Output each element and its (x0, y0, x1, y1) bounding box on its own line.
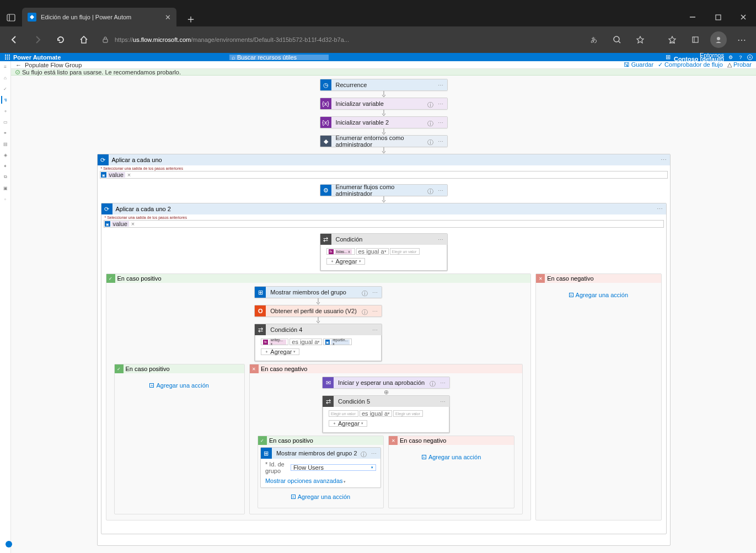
save-button[interactable]: 🖫 Guardar (624, 61, 653, 68)
rail-process-icon[interactable]: ⧉ (2, 173, 9, 181)
test-button[interactable]: △ Probar (727, 61, 752, 68)
add-condition[interactable]: ＋ Agregar ▾ (261, 348, 299, 355)
card-menu[interactable]: ⋯ (438, 380, 447, 386)
approval-card[interactable]: ✉Iniciar y esperar una aprobaciónⓘ⋯ (323, 377, 449, 388)
add-action[interactable]: +Agregar una acción (149, 377, 208, 394)
condition4-header[interactable]: ⇄Condición 4⋯ (255, 324, 382, 335)
foreach-1-input[interactable]: ▣value× (100, 171, 668, 179)
translate-icon[interactable]: あ (584, 30, 604, 50)
card-menu[interactable]: ⋯ (371, 308, 379, 314)
cond-left[interactable]: fxlistas... x (326, 248, 355, 255)
tab-close-icon[interactable]: ✕ (165, 13, 171, 22)
add-action[interactable]: +Agregar una acción (291, 488, 350, 506)
card-menu[interactable]: ⋯ (436, 138, 445, 144)
cond5-left[interactable]: Elegir un valor (329, 410, 358, 417)
favorites-hub-icon[interactable] (662, 30, 682, 50)
init-var-card[interactable]: {x}Inicializar variableⓘ⋯ (320, 98, 447, 109)
card-menu[interactable]: ⋯ (436, 237, 445, 243)
add-condition[interactable]: ＋ Agregar ▾ (326, 258, 365, 265)
help-bubble[interactable] (6, 541, 12, 547)
cond4-left[interactable]: fxwritep... x (261, 339, 288, 345)
card-menu[interactable]: ⋯ (436, 120, 445, 126)
rail-connectors-icon[interactable]: ⚭ (2, 129, 9, 137)
token-remove[interactable]: × (130, 221, 136, 227)
cond5-positive-header[interactable]: ✓En caso positivo (258, 436, 383, 445)
profile-avatar[interactable] (709, 30, 728, 50)
card-menu[interactable]: ⋯ (436, 101, 445, 107)
flow-canvas[interactable]: ◷Recurrence⋯ {x}Inicializar variableⓘ⋯ {… (11, 76, 756, 553)
address-bar[interactable]: https://us.flow.microsoft.com/manage/env… (97, 36, 581, 44)
browser-tab[interactable]: Edición de un flujo | Power Autom ✕ (22, 8, 176, 26)
add-action[interactable]: +Agregar una acción (422, 448, 481, 466)
cond5-operator[interactable]: es igual a▾ (360, 410, 392, 417)
card-menu[interactable]: ⋯ (657, 206, 663, 213)
rail-ai-icon[interactable]: ✦ (2, 162, 9, 170)
rail-solutions-icon[interactable]: ▣ (2, 184, 9, 192)
group-members2-header[interactable]: ⊞Mostrar miembros del grupo 2ⓘ⋯ (261, 448, 380, 459)
favorite-icon[interactable] (630, 30, 650, 50)
foreach-1-header[interactable]: ⟳ Aplicar a cada uno ⋯ (98, 154, 670, 165)
window-maximize[interactable] (705, 8, 731, 26)
cond4-right[interactable]: ▣reportIn... x (323, 339, 352, 345)
add-action[interactable]: +Agregar una acción (569, 286, 628, 304)
card-menu[interactable]: ⋯ (436, 187, 445, 194)
group-members-card[interactable]: ⊞Mostrar miembros del grupoⓘ⋯ (255, 287, 382, 298)
new-tab-button[interactable]: ＋ (183, 11, 199, 26)
account-icon[interactable]: A (747, 55, 753, 60)
card-menu[interactable]: ⋯ (369, 450, 378, 457)
o365-profile-card[interactable]: OObtener el perfil de usuario (V2)ⓘ⋯ (255, 305, 382, 316)
rail-templates-icon[interactable]: ▭ (2, 118, 9, 126)
rail-learn-icon[interactable]: ▫ (2, 195, 9, 203)
back-button[interactable]: ← (15, 62, 22, 68)
tabs-sidebar-icon[interactable] (0, 9, 22, 26)
help-icon[interactable]: ? (737, 54, 744, 61)
nav-refresh[interactable] (51, 30, 71, 50)
rail-menu-icon[interactable]: ≡ (2, 63, 9, 71)
gm2-combo[interactable]: Flow Users▾ (291, 464, 376, 471)
foreach-2-input[interactable]: ▣value× (104, 220, 664, 228)
nav-home[interactable] (74, 30, 94, 50)
init-var2-card[interactable]: {x}Inicializar variable 2ⓘ⋯ (320, 117, 447, 128)
flow-checker-button[interactable]: ✓ Comprobador de flujo (658, 61, 723, 68)
collections-icon[interactable] (685, 30, 705, 50)
cond-operator[interactable]: es igual a▾ (356, 248, 389, 255)
pa-search[interactable]: ⌕ Buscar recursos útiles (229, 55, 329, 60)
cond4-operator[interactable]: es igual a▾ (289, 339, 322, 345)
cond4-negative-header[interactable]: ✕En caso negativo (250, 364, 522, 373)
condition-header[interactable]: ⇄Condición⋯ (320, 234, 447, 245)
add-condition[interactable]: ＋ Agregar ▾ (329, 420, 367, 427)
cond-right[interactable]: Elegir un valor (390, 248, 420, 255)
rail-data-icon[interactable]: ▤ (2, 140, 9, 148)
branch-negative-header[interactable]: ✕En caso negativo (536, 274, 661, 283)
cond4-positive-header[interactable]: ✓En caso positivo (115, 364, 244, 373)
waffle-icon[interactable] (3, 53, 11, 61)
settings-icon[interactable]: ⚙ (727, 54, 734, 61)
recurrence-card[interactable]: ◷Recurrence⋯ (320, 79, 447, 90)
env-picker[interactable]: EntornosContoso (default) (674, 53, 724, 61)
cond5-right[interactable]: Elegir un valor (393, 410, 423, 417)
rail-home-icon[interactable]: ⌂ (2, 74, 9, 82)
branch-positive-header[interactable]: ✓En caso positivo (106, 274, 531, 283)
more-menu[interactable]: ⋯ (732, 30, 752, 50)
list-env-card[interactable]: ◆Enumerar entornos como administradorⓘ⋯ (320, 136, 447, 147)
condition5-header[interactable]: ⇄Condición 5⋯ (323, 396, 449, 407)
card-menu[interactable]: ⋯ (371, 289, 379, 296)
zoom-icon[interactable] (607, 30, 627, 50)
window-close[interactable] (731, 8, 756, 26)
card-menu[interactable]: ⋯ (436, 82, 445, 88)
card-menu[interactable]: ⋯ (438, 399, 447, 405)
card-menu[interactable]: ⋯ (371, 327, 379, 333)
env-icon[interactable]: ⊞ (666, 53, 671, 61)
window-minimize[interactable] (680, 8, 705, 26)
show-advanced[interactable]: Mostrar opciones avanzadas ▾ (261, 476, 380, 487)
cond5-negative-header[interactable]: ✕En caso negativo (389, 436, 514, 445)
nav-back[interactable] (4, 30, 24, 50)
rail-flows-icon[interactable]: ↯ (1, 96, 9, 104)
pa-brand[interactable]: Power Automate (13, 54, 61, 61)
foreach-2-header[interactable]: ⟳ Aplicar a cada uno 2 ⋯ (101, 203, 666, 214)
token-remove[interactable]: × (126, 171, 132, 178)
list-flows-card[interactable]: ⚙Enumerar flujos como administradorⓘ⋯ (320, 185, 447, 196)
rail-create-icon[interactable]: ＋ (2, 107, 9, 115)
card-menu[interactable]: ⋯ (661, 157, 667, 164)
rail-approvals-icon[interactable]: ✓ (2, 85, 9, 93)
